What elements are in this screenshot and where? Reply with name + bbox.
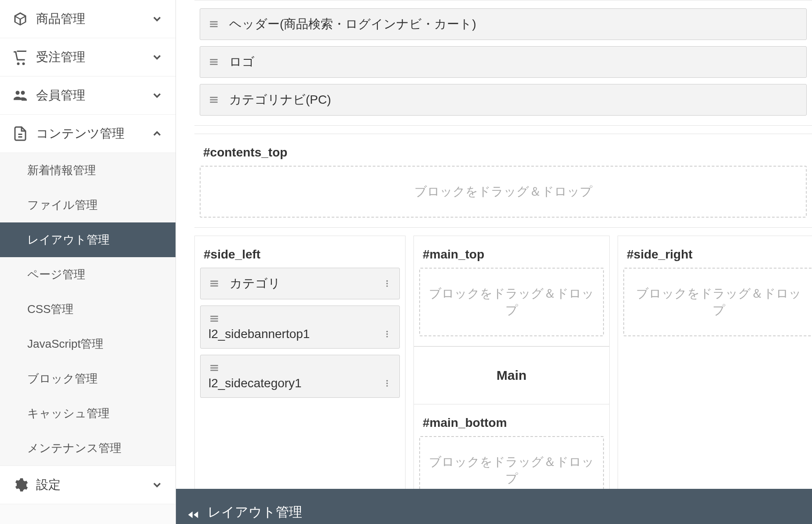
drag-handle-icon[interactable] [208, 94, 219, 106]
sidebar-subnav-contents: 新着情報管理 ファイル管理 レイアウト管理 ページ管理 CSS管理 JavaSc… [0, 153, 176, 466]
block-label: l2_sidecategory1 [208, 376, 302, 390]
subitem-label: CSS管理 [27, 302, 73, 317]
main-content: #header ヘッダー(商品検索・ログインナビ・カート) ロゴ [176, 0, 812, 524]
layout-block[interactable]: カテゴリナビ(PC) [200, 84, 807, 116]
sidebar-item-members[interactable]: 会員管理 [0, 76, 176, 115]
chevron-down-icon [151, 479, 163, 491]
section-title: #main_top [414, 236, 609, 262]
layout-block[interactable]: ヘッダー(商品検索・ログインナビ・カート) [200, 8, 807, 40]
drop-zone[interactable]: ブロックをドラッグ＆ドロップ [419, 268, 604, 336]
drag-handle-icon[interactable] [208, 56, 219, 68]
svg-point-21 [386, 333, 388, 335]
subitem-label: ファイル管理 [27, 197, 98, 213]
block-label: カテゴリ [230, 275, 281, 292]
sidebar-subitem-layout[interactable]: レイアウト管理 [0, 222, 176, 257]
section-title: #header [194, 0, 812, 2]
drop-zone[interactable]: ブロックをドラッグ＆ドロップ [623, 268, 812, 336]
block-label: ヘッダー(商品検索・ログインナビ・カート) [229, 16, 476, 33]
section-title: #side_left [195, 236, 405, 262]
block-label: ロゴ [229, 54, 255, 70]
document-icon [12, 126, 28, 142]
drop-zone[interactable]: ブロックをドラッグ＆ドロップ [200, 166, 807, 218]
subitem-label: キャッシュ管理 [27, 406, 110, 421]
sidebar-subitem-cache[interactable]: キャッシュ管理 [0, 396, 176, 431]
sidebar: 商品管理 受注管理 会員管理 [0, 0, 176, 524]
drop-zone-label: ブロックをドラッグ＆ドロップ [429, 287, 594, 317]
block-label: l2_sidebannertop1 [208, 327, 310, 341]
subitem-label: レイアウト管理 [27, 232, 110, 247]
cart-icon [12, 49, 28, 65]
svg-point-20 [386, 331, 388, 332]
section-title: #side_right [618, 236, 812, 262]
subitem-label: 新着情報管理 [27, 163, 96, 178]
drag-handle-icon[interactable] [208, 362, 391, 374]
drag-handle-icon[interactable] [208, 18, 219, 30]
sidebar-subitem-maintenance[interactable]: メンテナンス管理 [0, 431, 176, 466]
layout-section-side-left: #side_left カテゴリ l2_sidebannertop1 [194, 236, 406, 515]
chevron-down-icon [151, 89, 163, 102]
sidebar-item-label: 受注管理 [36, 49, 85, 66]
sidebar-subitem-blocks[interactable]: ブロック管理 [0, 361, 176, 396]
layout-block[interactable]: l2_sidecategory1 [200, 355, 400, 398]
users-icon [12, 87, 28, 103]
layout-section-main: #main_top ブロックをドラッグ＆ドロップ Main #main_bott… [413, 236, 610, 515]
drop-zone-label: ブロックをドラッグ＆ドロップ [429, 455, 594, 485]
layout-columns: #side_left カテゴリ l2_sidebannertop1 [194, 236, 812, 515]
layout-block[interactable]: l2_sidebannertop1 [200, 306, 400, 349]
svg-point-14 [386, 280, 388, 282]
sidebar-item-label: コンテンツ管理 [36, 125, 124, 142]
drop-zone-label: ブロックをドラッグ＆ドロップ [636, 287, 801, 317]
svg-point-27 [386, 382, 388, 384]
layout-section-main-top: #main_top ブロックをドラッグ＆ドロップ [414, 236, 609, 346]
layout-main-center: Main [414, 346, 609, 404]
sidebar-item-orders[interactable]: 受注管理 [0, 38, 176, 76]
layout-section-header: #header ヘッダー(商品検索・ログインナビ・カート) ロゴ [194, 0, 812, 126]
more-icon[interactable] [383, 379, 391, 388]
svg-point-16 [386, 285, 388, 287]
chevron-up-icon [151, 127, 163, 140]
sidebar-item-settings[interactable]: 設定 [0, 466, 176, 504]
layout-section-contents-top: #contents_top ブロックをドラッグ＆ドロップ [194, 134, 812, 228]
section-title: #main_bottom [414, 404, 609, 430]
svg-point-26 [386, 380, 388, 382]
sidebar-subitem-js[interactable]: JavaScript管理 [0, 327, 176, 361]
more-icon[interactable] [383, 279, 391, 288]
rewind-icon[interactable] [187, 508, 200, 521]
subitem-label: JavaScript管理 [27, 336, 103, 352]
gear-icon [12, 477, 28, 493]
app-root: 商品管理 受注管理 会員管理 [0, 0, 812, 524]
chevron-down-icon [151, 51, 163, 63]
sidebar-subitem-news[interactable]: 新着情報管理 [0, 153, 176, 188]
main-center-label: Main [497, 368, 527, 382]
sidebar-item-label: 会員管理 [36, 87, 85, 104]
sidebar-item-label: 設定 [36, 477, 61, 493]
svg-point-15 [386, 283, 388, 284]
footer-bar: レイアウト管理 [176, 489, 812, 524]
drop-zone-label: ブロックをドラッグ＆ドロップ [414, 185, 593, 198]
sidebar-item-products[interactable]: 商品管理 [0, 0, 176, 38]
sidebar-subitem-pages[interactable]: ページ管理 [0, 257, 176, 292]
section-title: #contents_top [194, 134, 812, 160]
layout-block[interactable]: ロゴ [200, 46, 807, 78]
footer-title: レイアウト管理 [208, 503, 302, 521]
svg-point-22 [386, 336, 388, 337]
sidebar-item-label: 商品管理 [36, 11, 85, 27]
cube-icon [12, 11, 28, 27]
more-icon[interactable] [383, 330, 391, 338]
svg-point-28 [386, 385, 388, 386]
layout-block[interactable]: カテゴリ [200, 268, 400, 299]
drag-handle-icon[interactable] [208, 278, 220, 289]
sidebar-item-contents[interactable]: コンテンツ管理 [0, 115, 176, 153]
drag-handle-icon[interactable] [208, 313, 391, 324]
block-label: カテゴリナビ(PC) [229, 91, 331, 108]
subitem-label: メンテナンス管理 [27, 440, 121, 456]
sidebar-subitem-css[interactable]: CSS管理 [0, 292, 176, 327]
sidebar-subitem-files[interactable]: ファイル管理 [0, 188, 176, 222]
subitem-label: ページ管理 [27, 267, 85, 282]
subitem-label: ブロック管理 [27, 371, 98, 386]
layout-section-side-right: #side_right ブロックをドラッグ＆ドロップ [618, 236, 812, 515]
chevron-down-icon [151, 13, 163, 25]
